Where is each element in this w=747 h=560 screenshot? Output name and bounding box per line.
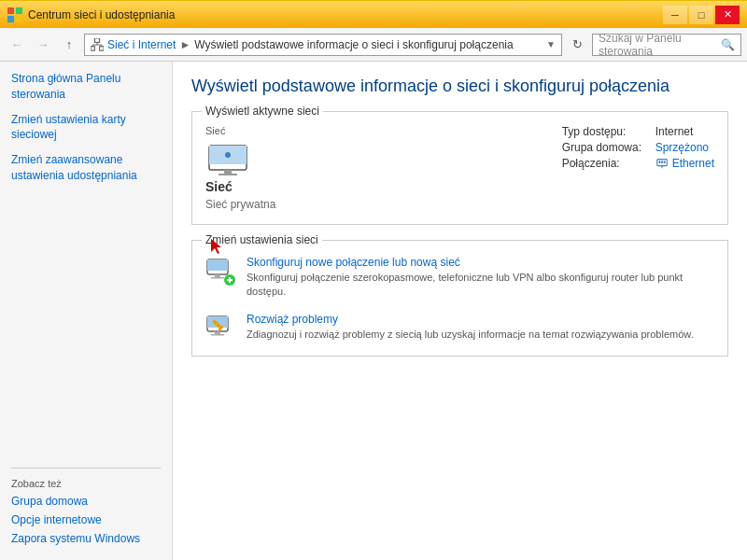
back-button[interactable]: ← <box>6 34 28 56</box>
sidebar-item-card[interactable]: Zmień ustawienia karty sieciowej <box>11 112 161 144</box>
see-also-label: Zobacz też <box>11 478 161 489</box>
search-icon: 🔍 <box>721 38 735 51</box>
svg-rect-24 <box>215 274 220 277</box>
address-field[interactable]: Sieć i Internet ► Wyświetl podstawowe in… <box>84 34 562 56</box>
connections-label: Połączenia: <box>562 157 646 170</box>
breadcrumb-current: Wyświetl podstawowe informacje o sieci i… <box>194 38 513 51</box>
troubleshoot-content: Rozwiąż problemy Zdiagnozuj i rozwiąż pr… <box>247 313 694 342</box>
network-graphic-icon <box>205 144 250 177</box>
svg-rect-4 <box>94 38 99 42</box>
main-layout: Strona główna Panelu sterowania Zmień us… <box>0 62 747 560</box>
svg-rect-18 <box>661 161 663 163</box>
svg-rect-5 <box>91 46 94 49</box>
new-connection-link[interactable]: Skonfiguruj nowe połączenie lub nową sie… <box>247 256 714 269</box>
breadcrumb-network[interactable]: Sieć i Internet <box>107 38 176 51</box>
access-type-label: Typ dostępu: <box>562 125 646 138</box>
sidebar-item-advanced[interactable]: Zmień zaawansowane ustawienia udostępnia… <box>11 152 161 184</box>
app-icon <box>7 7 22 22</box>
access-type-value: Internet <box>655 125 694 138</box>
close-button[interactable]: ✕ <box>715 6 740 24</box>
network-name: Sieć <box>205 179 233 194</box>
troubleshoot-link[interactable]: Rozwiąż problemy <box>247 313 694 326</box>
breadcrumb: Sieć i Internet ► Wyświetl podstawowe in… <box>107 38 514 51</box>
network-right: Typ dostępu: Internet Grupa domowa: Sprz… <box>562 125 714 170</box>
title-bar-left: Centrum sieci i udostępniania <box>7 7 175 22</box>
sidebar-homegroup[interactable]: Grupa domowa <box>11 495 161 508</box>
homegroup-value[interactable]: Sprzężono <box>655 141 709 154</box>
svg-rect-23 <box>207 259 228 271</box>
new-connection-icon <box>205 256 235 286</box>
svg-rect-1 <box>16 7 22 14</box>
active-networks-label: Wyświetl aktywne sieci <box>202 105 323 118</box>
svg-point-15 <box>225 152 231 158</box>
access-type-row: Typ dostępu: Internet <box>562 125 714 138</box>
network-left: Sieć Sieć <box>205 125 275 211</box>
svg-rect-32 <box>211 334 224 336</box>
new-connection-item: Skonfiguruj nowe połączenie lub nową sie… <box>205 256 714 300</box>
svg-rect-0 <box>7 7 14 14</box>
sidebar-firewall[interactable]: Zapora systemu Windows <box>11 532 161 545</box>
page-title: Wyświetl podstawowe informacje o sieci i… <box>191 77 728 96</box>
network-column-header: Sieć <box>205 125 275 136</box>
svg-rect-3 <box>16 16 22 22</box>
svg-rect-14 <box>218 174 237 175</box>
svg-rect-31 <box>215 331 220 334</box>
network-type: Sieć prywatna <box>205 198 275 211</box>
sidebar-internet-options[interactable]: Opcje internetowe <box>11 513 161 526</box>
active-networks-section: Wyświetl aktywne sieci Sieć <box>191 111 728 225</box>
minimize-button[interactable]: ─ <box>663 6 687 24</box>
up-button[interactable]: ↑ <box>58 34 80 56</box>
change-settings-section: Zmień ustawienia sieci <box>191 240 728 357</box>
new-connection-desc: Skonfiguruj połączenie szerokopasmowe, t… <box>247 272 683 297</box>
window-controls: ─ □ ✕ <box>663 6 740 24</box>
svg-marker-21 <box>211 239 221 254</box>
content-area: Wyświetl podstawowe informacje o sieci i… <box>173 62 747 560</box>
troubleshoot-item: Rozwiąż problemy Zdiagnozuj i rozwiąż pr… <box>205 313 714 343</box>
settings-items: Skonfiguruj nowe połączenie lub nową sie… <box>205 256 714 343</box>
search-placeholder: Szukaj w Panelu sterowania <box>599 32 717 58</box>
sidebar-bottom: Zobacz też Grupa domowa Opcje internetow… <box>11 468 161 551</box>
new-connection-content: Skonfiguruj nowe połączenie lub nową sie… <box>247 256 714 300</box>
sidebar: Strona główna Panelu sterowania Zmień us… <box>0 62 173 560</box>
refresh-button[interactable]: ↻ <box>566 34 588 56</box>
svg-rect-17 <box>658 161 660 163</box>
homegroup-label: Grupa domowa: <box>562 141 646 154</box>
network-info: Sieć Sieć <box>205 125 714 211</box>
svg-rect-13 <box>224 170 232 174</box>
sidebar-item-home[interactable]: Strona główna Panelu sterowania <box>11 71 161 103</box>
ethernet-icon <box>655 157 669 170</box>
troubleshoot-icon <box>205 313 235 343</box>
forward-button[interactable]: → <box>32 34 54 56</box>
search-box[interactable]: Szukaj w Panelu sterowania 🔍 <box>592 34 741 56</box>
ethernet-link[interactable]: Ethernet <box>655 157 714 170</box>
homegroup-row: Grupa domowa: Sprzężono <box>562 141 714 154</box>
troubleshoot-desc: Zdiagnozuj i rozwiąż problemy z siecią l… <box>247 329 694 340</box>
connections-row: Połączenia: Ethernet <box>562 157 714 170</box>
svg-rect-28 <box>229 277 231 283</box>
address-bar: ← → ↑ Sieć i Internet ► Wyświetl podstaw… <box>0 28 747 62</box>
maximize-button[interactable]: □ <box>689 6 713 24</box>
title-bar: Centrum sieci i udostępniania ─ □ ✕ <box>0 0 747 28</box>
sidebar-nav: Strona główna Panelu sterowania Zmień us… <box>11 71 161 193</box>
svg-rect-6 <box>100 46 104 49</box>
network-card: Sieć Sieć prywatna <box>205 144 275 211</box>
window-title: Centrum sieci i udostępniania <box>28 8 175 21</box>
svg-rect-2 <box>7 16 14 22</box>
network-icon <box>91 38 104 51</box>
svg-rect-19 <box>663 161 665 163</box>
svg-rect-25 <box>211 277 224 279</box>
ethernet-label: Ethernet <box>672 157 714 170</box>
cursor-decoration <box>207 237 226 259</box>
